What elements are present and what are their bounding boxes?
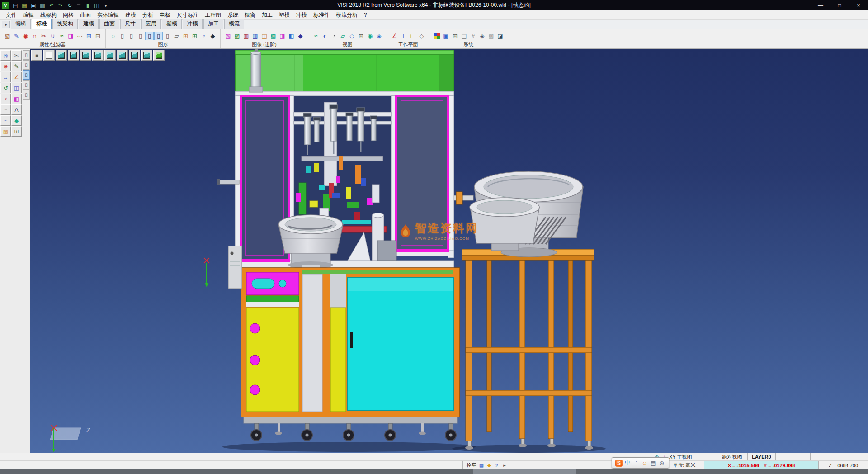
- qat-more-icon[interactable]: ▾: [102, 1, 110, 9]
- image-half-icon[interactable]: ◨: [278, 32, 287, 40]
- layers-icon[interactable]: ≡: [0, 104, 11, 115]
- sketch-icon[interactable]: ✎: [11, 61, 22, 71]
- image-layer-2-icon[interactable]: ▨: [233, 32, 241, 40]
- refresh-icon[interactable]: ↻: [66, 1, 74, 9]
- view-mode-segment[interactable]: 绝对视图: [717, 453, 747, 460]
- select-filter-icon[interactable]: ◎: [0, 50, 11, 61]
- menu-help[interactable]: ?: [361, 11, 370, 19]
- view-iso-cube-icon[interactable]: [129, 50, 140, 61]
- magnet-off-icon[interactable]: ∪: [48, 32, 57, 40]
- link-icon[interactable]: ≣: [75, 1, 83, 9]
- redo-icon[interactable]: ↷: [57, 1, 65, 9]
- tab-edit[interactable]: 编辑: [11, 19, 31, 29]
- view-plane-button-icon[interactable]: [43, 50, 55, 61]
- ime-emoji-icon[interactable]: ☺: [641, 460, 648, 467]
- open-file-icon[interactable]: ▦: [20, 1, 28, 9]
- attribute-paint-icon[interactable]: ▧: [3, 32, 12, 40]
- machine-3d-model[interactable]: Z: [30, 49, 868, 453]
- linetype-filter-icon[interactable]: ⋯: [75, 32, 84, 40]
- view-diamond-icon[interactable]: ◇: [348, 32, 356, 40]
- tab-dropdown-icon[interactable]: ▾: [2, 21, 10, 28]
- database-icon[interactable]: ▮: [84, 1, 92, 9]
- view-bottom-cube-icon[interactable]: [117, 50, 128, 61]
- image-layer-3-icon[interactable]: ▥: [242, 32, 250, 40]
- tab-press[interactable]: 冲模: [183, 19, 203, 29]
- system-gem-icon[interactable]: ◈: [478, 32, 486, 40]
- system-monitor-icon[interactable]: ▣: [442, 32, 450, 40]
- workplane-angle-icon[interactable]: ∠: [390, 32, 399, 40]
- quick-filter-icon[interactable]: ≈: [57, 32, 66, 40]
- stack-display-2-icon[interactable]: ⊞: [190, 32, 199, 40]
- duplicate-icon[interactable]: ⊞: [11, 126, 22, 137]
- tab-application[interactable]: 应用: [141, 19, 161, 29]
- shade-mode-3-icon[interactable]: ▯: [136, 32, 145, 40]
- view-axo-cube-icon[interactable]: [141, 50, 152, 61]
- filter-surface-icon[interactable]: ▯: [23, 70, 30, 80]
- attribute-match-icon[interactable]: ✎: [12, 32, 21, 40]
- system-grid-icon[interactable]: ▩: [487, 32, 495, 40]
- system-list-icon[interactable]: ▤: [460, 32, 468, 40]
- save-icon[interactable]: ▣: [29, 1, 38, 9]
- mirror-icon[interactable]: ◫: [11, 83, 22, 93]
- image-gem-icon[interactable]: ◆: [296, 32, 305, 40]
- view-target-icon[interactable]: ◉: [366, 32, 374, 40]
- image-grid-icon[interactable]: ▩: [269, 32, 278, 40]
- view-wave-icon[interactable]: ≈: [311, 32, 320, 40]
- snap-segment[interactable]: 拴牢 ▦◆2▸: [462, 461, 553, 469]
- view-right-cube-icon[interactable]: [80, 50, 91, 61]
- rotate-icon[interactable]: ↺: [0, 83, 11, 93]
- shade-mode-1-icon[interactable]: ▯: [118, 32, 127, 40]
- view-half-icon[interactable]: ◐: [321, 32, 329, 40]
- snap-diamond-icon[interactable]: ◆: [486, 462, 492, 469]
- minimize-button[interactable]: —: [811, 0, 830, 10]
- maximize-button[interactable]: □: [830, 0, 849, 10]
- snap-grid-icon[interactable]: ▦: [478, 462, 485, 469]
- tab-machining[interactable]: 加工: [203, 19, 223, 29]
- tab-wireframe[interactable]: 线架构: [52, 19, 78, 29]
- torus-icon[interactable]: ◌: [109, 32, 118, 40]
- filter-all-icon[interactable]: ▯: [23, 50, 30, 60]
- filter-solid-icon[interactable]: ▯: [23, 60, 30, 70]
- view-menu-icon[interactable]: ≡: [31, 50, 42, 61]
- hatch-icon[interactable]: ▨: [0, 126, 11, 137]
- curve-icon[interactable]: ~: [0, 115, 11, 126]
- ime-lang-icon[interactable]: 中: [624, 460, 631, 467]
- taskbar-edge[interactable]: [0, 469, 868, 474]
- filter-wire-icon[interactable]: ▯: [23, 80, 30, 90]
- tab-flow[interactable]: 模流: [224, 19, 244, 29]
- menu-flow-analysis[interactable]: 模流分析: [333, 10, 361, 20]
- delete-icon[interactable]: ×: [0, 94, 11, 104]
- image-half-2-icon[interactable]: ◧: [287, 32, 296, 40]
- undo-icon[interactable]: ↶: [47, 1, 56, 9]
- menu-standard-parts[interactable]: 标准件: [310, 10, 333, 20]
- render-gem-icon[interactable]: ◆: [208, 32, 217, 40]
- color-filter-icon[interactable]: ◨: [66, 32, 75, 40]
- system-calc-icon[interactable]: ⊞: [451, 32, 459, 40]
- element-filter-icon[interactable]: ◉: [21, 32, 30, 40]
- snap-point-icon[interactable]: ⊕: [0, 61, 11, 71]
- machine-cabinet[interactable]: [241, 268, 460, 441]
- paint-attributes-icon[interactable]: ◧: [11, 94, 22, 104]
- invert-select-icon[interactable]: ⊟: [94, 32, 102, 40]
- layer-segment[interactable]: LAYER0: [747, 453, 775, 460]
- new-doc-icon[interactable]: ▤: [11, 1, 19, 9]
- filter-point-icon[interactable]: ▯: [23, 90, 30, 100]
- view-grid-icon[interactable]: ⊞: [357, 32, 365, 40]
- snap-mode-icon[interactable]: ▸: [501, 462, 508, 469]
- tab-modeling[interactable]: 建模: [79, 19, 99, 29]
- shade-mode-5-icon[interactable]: ▯: [154, 32, 163, 40]
- shade-mode-6-icon[interactable]: ▯: [163, 32, 172, 40]
- close-button[interactable]: ×: [849, 0, 868, 10]
- workplane-corner-icon[interactable]: ∟: [408, 32, 417, 40]
- image-layer-4-icon[interactable]: ▦: [251, 32, 259, 40]
- text-icon[interactable]: A: [11, 104, 22, 115]
- view-quality-icon[interactable]: ◔: [199, 32, 208, 40]
- view-plane-icon[interactable]: ▱: [339, 32, 347, 40]
- translate-icon[interactable]: ↔: [0, 72, 11, 82]
- view-left-cube-icon[interactable]: [92, 50, 104, 61]
- view-top-cube-icon[interactable]: [56, 50, 67, 61]
- tab-mould[interactable]: 塑模: [162, 19, 182, 29]
- view-zoom-icon[interactable]: ◔: [330, 32, 338, 40]
- tab-dimension[interactable]: 尺寸: [120, 19, 140, 29]
- shade-mode-4-icon[interactable]: ▯: [145, 32, 154, 40]
